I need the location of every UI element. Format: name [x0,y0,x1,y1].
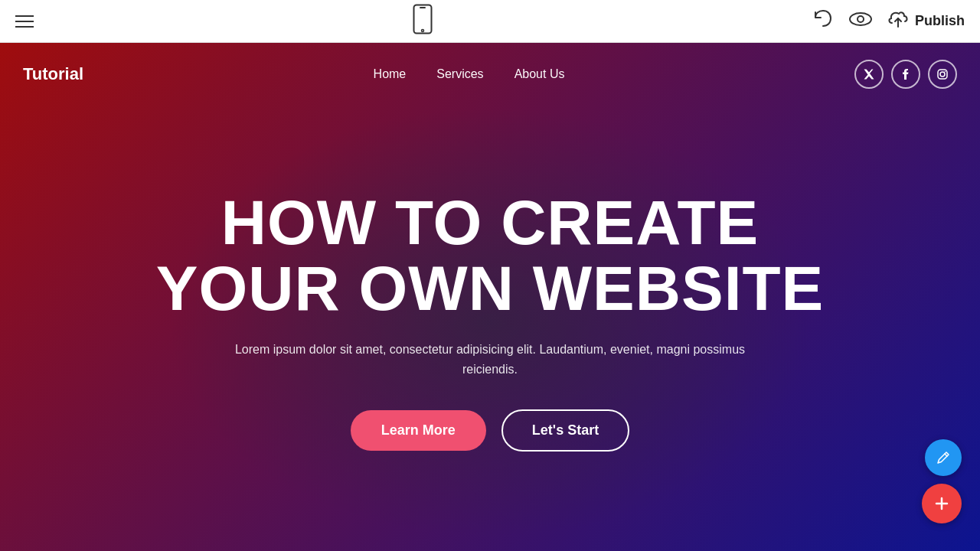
learn-more-button[interactable]: Learn More [351,410,486,451]
nav-about[interactable]: About Us [514,67,565,81]
undo-icon[interactable] [812,9,834,34]
hero-title: HOW TO CREATE YOUR OWN WEBSITE [156,190,824,321]
hero-title-line1: HOW TO CREATE [221,187,759,257]
svg-point-2 [422,29,424,31]
edit-fab-button[interactable] [925,439,962,476]
site-logo: Tutorial [23,64,83,84]
cloud-upload-icon [887,11,909,31]
toolbar-center [413,4,433,39]
toolbar-left [15,15,34,28]
svg-point-4 [858,16,864,22]
social-icons [854,60,957,89]
svg-rect-6 [938,70,947,79]
preview-icon[interactable] [849,11,872,32]
lets-start-button[interactable]: Let's Start [501,409,629,452]
add-fab-button[interactable] [922,484,962,523]
svg-point-8 [945,71,946,73]
nav-home[interactable]: Home [374,67,407,81]
svg-point-7 [940,72,945,77]
hero-subtitle: Lorem ipsum dolor sit amet, consectetur … [222,340,758,379]
mobile-preview-icon[interactable] [413,4,433,39]
facebook-icon[interactable] [891,60,920,89]
toolbar-right: Publish [812,9,965,34]
instagram-icon[interactable] [928,60,957,89]
nav-links: Home Services About Us [374,67,565,81]
hero-title-line2: YOUR OWN WEBSITE [156,253,824,323]
nav-services[interactable]: Services [436,67,483,81]
svg-point-3 [850,13,871,25]
publish-button[interactable]: Publish [887,11,965,31]
website-preview: Tutorial Home Services About Us [0,43,980,551]
toolbar: Publish [0,0,980,43]
menu-icon[interactable] [15,15,34,28]
publish-label: Publish [915,13,965,29]
hero-buttons: Learn More Let's Start [351,409,629,452]
hero-section: Tutorial Home Services About Us [0,43,980,551]
twitter-icon[interactable] [854,60,884,89]
hero-content: HOW TO CREATE YOUR OWN WEBSITE Lorem ips… [0,90,980,551]
